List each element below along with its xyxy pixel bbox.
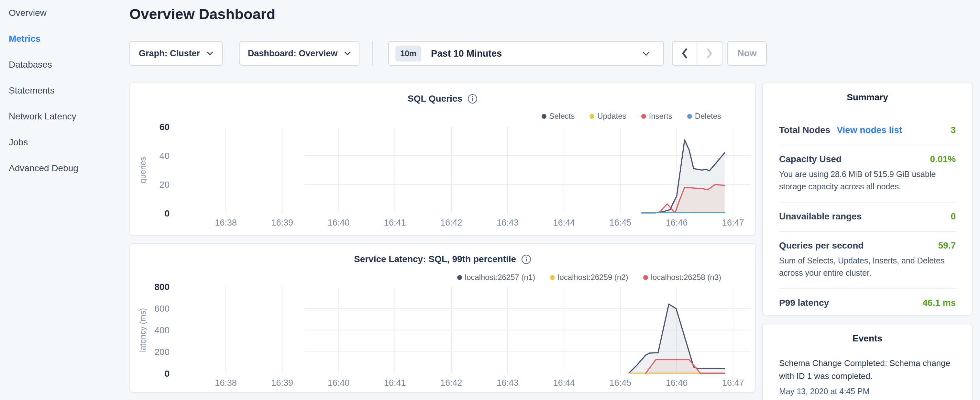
time-pager bbox=[672, 41, 722, 66]
sidebar: Overview Metrics Databases Statements Ne… bbox=[0, 0, 129, 181]
sql-queries-chart: 020406016:3816:3916:4016:4116:4216:4316:… bbox=[130, 83, 756, 236]
legend-item: Deletes bbox=[687, 112, 721, 121]
svg-text:16:39: 16:39 bbox=[271, 218, 293, 228]
sidebar-item-jobs[interactable]: Jobs bbox=[0, 129, 129, 155]
sql-queries-card: 020406016:3816:3916:4016:4116:4216:4316:… bbox=[129, 83, 756, 236]
sidebar-item-statements[interactable]: Statements bbox=[0, 78, 129, 104]
svg-text:16:40: 16:40 bbox=[328, 218, 350, 228]
page-title: Overview Dashboard bbox=[129, 6, 275, 23]
chevron-down-icon bbox=[344, 51, 351, 56]
svg-text:16:43: 16:43 bbox=[496, 378, 519, 388]
svg-text:16:45: 16:45 bbox=[609, 218, 632, 228]
chevron-down-icon bbox=[207, 51, 213, 56]
event-message: Schema Change Completed: Schema change w… bbox=[779, 357, 956, 383]
events-title: Events bbox=[779, 333, 956, 344]
service-latency-chart: 020040060080016:3816:3916:4016:4116:4216… bbox=[130, 244, 756, 392]
legend-label: localhost:26258 (n3) bbox=[651, 273, 721, 282]
time-range-badge: 10m bbox=[395, 46, 421, 62]
svg-text:16:47: 16:47 bbox=[722, 218, 744, 228]
sql-queries-legend: SelectsUpdatesInsertsDeletes bbox=[542, 112, 721, 121]
svg-text:400: 400 bbox=[154, 325, 170, 335]
summary-row-unavailable-ranges: Unavailable ranges 0 bbox=[779, 202, 956, 231]
legend-item: localhost:26258 (n3) bbox=[643, 273, 721, 282]
chevron-right-icon bbox=[705, 47, 714, 60]
svg-text:16:45: 16:45 bbox=[609, 378, 632, 388]
legend-label: localhost:26259 (n2) bbox=[558, 273, 628, 282]
svg-text:16:38: 16:38 bbox=[215, 218, 237, 228]
graph-scope-dropdown[interactable]: Graph: Cluster bbox=[129, 41, 223, 66]
svg-text:16:42: 16:42 bbox=[440, 218, 462, 228]
event-item: Schema Change Completed: Schema change w… bbox=[779, 357, 956, 396]
chart-title-service-latency: Service Latency: SQL, 99th percentile bbox=[354, 254, 516, 265]
time-prev-button[interactable] bbox=[673, 42, 697, 65]
svg-text:latency (ms): latency (ms) bbox=[138, 308, 147, 352]
dashboard-dropdown[interactable]: Dashboard: Overview bbox=[239, 41, 360, 66]
svg-text:16:46: 16:46 bbox=[666, 218, 688, 228]
view-nodes-list-link[interactable]: View nodes list bbox=[837, 125, 902, 135]
time-range-label: Past 10 Minutes bbox=[431, 48, 502, 59]
svg-text:16:40: 16:40 bbox=[328, 378, 350, 388]
summary-description: Sum of Selects, Updates, Inserts, and De… bbox=[779, 255, 954, 279]
summary-value: 59.7 bbox=[938, 241, 956, 251]
dashboard-dropdown-label: Dashboard: Overview bbox=[248, 49, 338, 59]
svg-text:16:41: 16:41 bbox=[384, 218, 406, 228]
legend-label: localhost:26257 (n1) bbox=[465, 273, 535, 282]
svg-text:16:38: 16:38 bbox=[215, 378, 237, 388]
svg-text:20: 20 bbox=[159, 180, 170, 190]
legend-item: localhost:26257 (n1) bbox=[457, 273, 535, 282]
svg-text:600: 600 bbox=[154, 304, 170, 314]
summary-label: Total Nodes bbox=[779, 125, 830, 135]
summary-label: Unavailable ranges bbox=[779, 211, 862, 222]
legend-dot-icon bbox=[590, 114, 594, 119]
graph-scope-dropdown-label: Graph: Cluster bbox=[139, 49, 200, 59]
svg-text:16:41: 16:41 bbox=[384, 378, 406, 388]
svg-text:40: 40 bbox=[159, 151, 170, 161]
svg-text:16:44: 16:44 bbox=[553, 378, 575, 388]
summary-value: 46.1 ms bbox=[923, 298, 956, 308]
time-next-button[interactable] bbox=[697, 42, 722, 65]
svg-text:0: 0 bbox=[164, 369, 170, 379]
legend-label: Inserts bbox=[649, 112, 672, 121]
legend-dot-icon bbox=[550, 275, 555, 280]
legend-label: Deletes bbox=[695, 112, 721, 121]
summary-value: 0.01% bbox=[930, 154, 956, 164]
event-timestamp: May 13, 2020 at 4:45 PM bbox=[779, 387, 956, 396]
svg-text:200: 200 bbox=[154, 347, 170, 357]
svg-text:queries: queries bbox=[138, 157, 147, 183]
chart-title-sql-queries: SQL Queries bbox=[408, 94, 462, 104]
legend-dot-icon bbox=[457, 275, 462, 280]
sidebar-item-advanced-debug[interactable]: Advanced Debug bbox=[0, 155, 129, 181]
svg-text:0: 0 bbox=[164, 209, 170, 218]
time-range-selector[interactable]: 10m Past 10 Minutes bbox=[388, 41, 664, 66]
summary-label: Capacity Used bbox=[779, 154, 842, 164]
summary-row-capacity-used: Capacity Used 0.01% You are using 28.6 M… bbox=[779, 145, 956, 202]
summary-title: Summary bbox=[779, 92, 956, 103]
svg-text:16:44: 16:44 bbox=[553, 218, 575, 228]
summary-label: P99 latency bbox=[779, 298, 829, 308]
summary-row-queries-per-second: Queries per second 59.7 Sum of Selects, … bbox=[779, 231, 956, 288]
summary-value: 3 bbox=[951, 125, 956, 135]
legend-label: Selects bbox=[549, 112, 575, 121]
sidebar-item-overview[interactable]: Overview bbox=[0, 0, 129, 26]
now-button[interactable]: Now bbox=[727, 41, 767, 66]
legend-item: Updates bbox=[590, 112, 626, 121]
svg-text:60: 60 bbox=[159, 122, 170, 132]
sidebar-item-network-latency[interactable]: Network Latency bbox=[0, 104, 129, 129]
chevron-left-icon bbox=[680, 47, 689, 60]
controls-bar: Graph: Cluster Dashboard: Overview 10m P… bbox=[0, 41, 980, 66]
svg-text:800: 800 bbox=[154, 282, 170, 292]
info-icon[interactable] bbox=[468, 94, 477, 104]
svg-text:16:39: 16:39 bbox=[271, 378, 293, 388]
info-icon[interactable] bbox=[521, 254, 531, 265]
legend-item: Selects bbox=[542, 112, 575, 121]
svg-text:16:42: 16:42 bbox=[440, 378, 462, 388]
summary-row-p99-latency: P99 latency 46.1 ms bbox=[779, 288, 956, 316]
legend-item: localhost:26259 (n2) bbox=[550, 273, 628, 282]
summary-panel: Summary Total Nodes View nodes list 3 Ca… bbox=[762, 83, 972, 316]
legend-dot-icon bbox=[542, 114, 546, 119]
legend-dot-icon bbox=[641, 114, 646, 119]
chevron-down-icon bbox=[642, 51, 650, 57]
legend-item: Inserts bbox=[641, 112, 672, 121]
summary-label: Queries per second bbox=[779, 241, 864, 251]
service-latency-legend: localhost:26257 (n1)localhost:26259 (n2)… bbox=[457, 273, 721, 282]
